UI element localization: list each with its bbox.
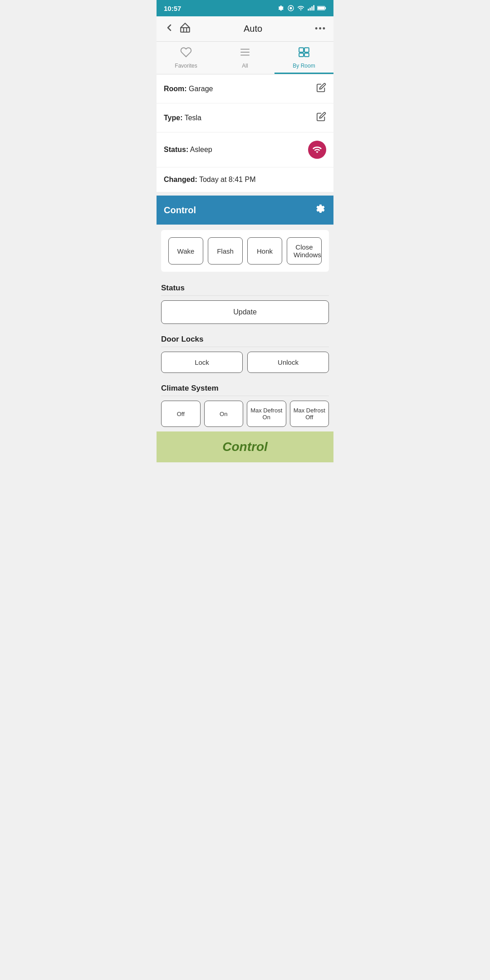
door-button-row: Lock Unlock <box>157 352 333 373</box>
status-row: Status: Asleep <box>157 132 333 167</box>
climate-button-row: Off On Max Defrost On Max Defrost Off <box>157 401 333 427</box>
tab-bar: Favorites All By Room <box>157 42 333 74</box>
unlock-button[interactable]: Unlock <box>247 352 329 373</box>
circle-icon <box>287 5 294 12</box>
top-nav: Auto ••• <box>157 16 333 42</box>
main-buttons-card: Wake Flash Honk Close Windows <box>161 230 329 272</box>
signal-icon <box>307 5 314 12</box>
room-label: Room: Garage <box>164 85 213 93</box>
svg-rect-8 <box>318 7 324 10</box>
svg-rect-14 <box>304 48 309 52</box>
tab-all-label: All <box>242 63 248 69</box>
status-icons <box>277 5 326 12</box>
climate-divider <box>161 396 329 396</box>
room-row: Room: Garage <box>157 74 333 103</box>
svg-rect-2 <box>308 9 309 10</box>
status-section: Status Update <box>157 277 333 328</box>
status-bar: 10:57 <box>157 0 333 16</box>
svg-rect-4 <box>311 6 313 10</box>
status-section-label: Status <box>157 277 333 295</box>
bottom-banner-text: Control <box>222 440 268 454</box>
svg-point-1 <box>289 7 292 9</box>
climate-off-button[interactable]: Off <box>161 401 201 427</box>
lock-button[interactable]: Lock <box>161 352 243 373</box>
svg-rect-16 <box>304 53 309 57</box>
type-label: Type: Tesla <box>164 114 201 122</box>
climate-on-button[interactable]: On <box>204 401 244 427</box>
climate-label: Climate System <box>157 377 333 396</box>
door-locks-section: Door Locks Lock Unlock <box>157 328 333 373</box>
more-button[interactable]: ••• <box>315 24 326 34</box>
home-button[interactable] <box>179 22 191 36</box>
flash-button[interactable]: Flash <box>208 237 243 265</box>
door-locks-label: Door Locks <box>157 328 333 347</box>
wake-button[interactable]: Wake <box>168 237 203 265</box>
favorites-icon <box>180 46 192 61</box>
status-label: Status: Asleep <box>164 146 212 154</box>
main-button-row: Wake Flash Honk Close Windows <box>168 237 322 265</box>
type-edit-icon[interactable] <box>316 112 326 124</box>
svg-rect-15 <box>299 53 304 57</box>
tab-favorites[interactable]: Favorites <box>157 42 216 74</box>
max-defrost-off-button[interactable]: Max Defrost Off <box>290 401 329 427</box>
back-button[interactable] <box>164 22 175 36</box>
update-button-wrapper: Update <box>157 296 333 328</box>
wifi-button[interactable] <box>308 141 326 159</box>
by-room-icon <box>298 46 310 61</box>
info-section: Room: Garage Type: Tesla Status: Asleep <box>157 74 333 192</box>
battery-icon <box>317 5 326 11</box>
honk-button[interactable]: Honk <box>247 237 282 265</box>
bottom-banner: Control <box>157 431 333 462</box>
tab-favorites-label: Favorites <box>175 63 197 69</box>
all-icon <box>239 46 251 61</box>
control-header: Control <box>157 196 333 225</box>
max-defrost-on-button[interactable]: Max Defrost On <box>247 401 286 427</box>
climate-section: Climate System Off On Max Defrost On Max… <box>157 377 333 427</box>
control-section-title: Control <box>164 205 196 216</box>
svg-rect-5 <box>313 5 314 10</box>
tab-all[interactable]: All <box>216 42 274 74</box>
changed-label: Changed: Today at 8:41 PM <box>164 176 255 184</box>
type-row: Type: Tesla <box>157 103 333 132</box>
status-time: 10:57 <box>164 5 181 12</box>
tab-by-room[interactable]: By Room <box>274 42 333 74</box>
door-locks-divider <box>161 347 329 347</box>
page-title: Auto <box>191 24 315 34</box>
update-button[interactable]: Update <box>161 300 329 324</box>
svg-rect-3 <box>309 8 311 11</box>
settings-icon <box>277 5 284 12</box>
control-gear-icon[interactable] <box>314 203 326 217</box>
close-windows-button[interactable]: Close Windows <box>287 237 322 265</box>
room-edit-icon[interactable] <box>316 83 326 95</box>
tab-by-room-label: By Room <box>293 63 315 69</box>
wifi-status-icon <box>297 5 304 12</box>
svg-rect-9 <box>181 28 190 32</box>
svg-rect-13 <box>299 48 304 52</box>
svg-rect-7 <box>325 7 326 9</box>
changed-row: Changed: Today at 8:41 PM <box>157 167 333 192</box>
